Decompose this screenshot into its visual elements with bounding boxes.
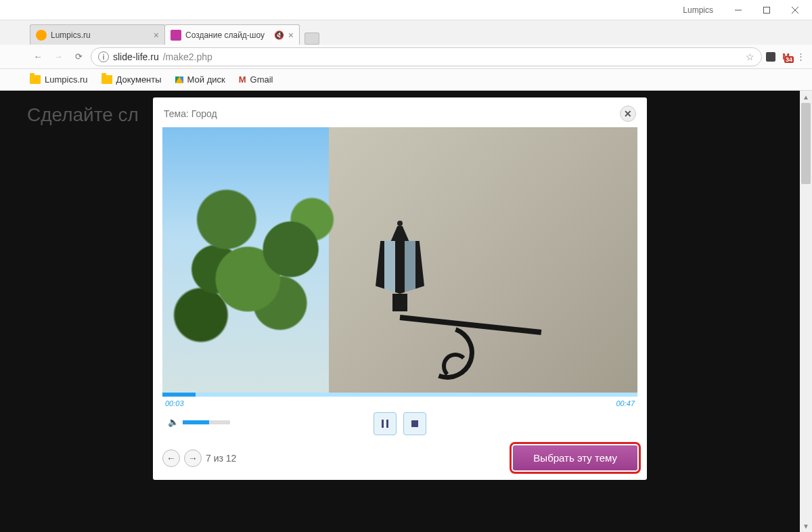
gmail-extension-icon[interactable]: M34 <box>782 51 790 62</box>
tab-close-icon[interactable]: × <box>154 30 159 40</box>
scroll-down-icon[interactable]: ▼ <box>800 520 812 532</box>
nav-forward-button[interactable]: → <box>50 49 66 65</box>
svg-rect-1 <box>764 7 770 13</box>
tab-title: Создание слайд-шоу <box>185 30 270 40</box>
bookmark-lumpics[interactable]: Lumpics.ru <box>30 74 88 85</box>
scrollbar-thumb[interactable] <box>801 103 811 184</box>
modal-close-button[interactable]: ✕ <box>620 106 636 122</box>
bookmark-label: Lumpics.ru <box>45 74 88 85</box>
tab-mute-icon[interactable]: 🔇 <box>274 30 284 40</box>
extension-icon[interactable] <box>766 52 775 62</box>
pager-prev-button[interactable]: ← <box>162 449 180 467</box>
window-maximize-button[interactable] <box>752 1 781 20</box>
window-app-label: Lumpics <box>683 5 713 15</box>
site-info-icon[interactable]: i <box>98 51 109 62</box>
pager-next-button[interactable]: → <box>184 449 202 467</box>
bookmark-drive[interactable]: Мой диск <box>175 74 225 85</box>
window-titlebar: Lumpics <box>0 0 812 20</box>
volume-control[interactable]: 🔈 <box>168 417 230 427</box>
select-theme-button[interactable]: Выбрать эту тему <box>513 445 637 470</box>
tab-title: Lumpics.ru <box>51 30 150 40</box>
video-controls: 🔈 <box>162 410 637 437</box>
folder-icon <box>30 75 41 84</box>
drive-icon <box>175 76 183 83</box>
address-bar[interactable]: i slide-life.ru/make2.php ☆ <box>91 47 762 66</box>
nav-reload-button[interactable]: ⟳ <box>70 49 87 65</box>
browser-menu-icon[interactable]: ⋮ <box>796 51 805 62</box>
gmail-icon: M <box>239 74 246 85</box>
bookmark-label: Документы <box>116 74 162 85</box>
address-host: slide-life.ru <box>113 51 159 62</box>
pager-label: 7 из 12 <box>206 453 236 464</box>
volume-slider[interactable] <box>183 420 230 424</box>
page-content: Сделайте сл Тема: Город ✕ <box>0 91 812 532</box>
tab-slide-life[interactable]: Создание слайд-шоу 🔇 × <box>164 24 300 45</box>
lantern-illustration <box>376 223 424 311</box>
tab-close-icon[interactable]: × <box>288 30 294 40</box>
theme-preview-modal: Тема: Город ✕ 00:03 0 <box>153 97 647 480</box>
vertical-scrollbar[interactable]: ▲ ▼ <box>800 91 812 532</box>
video-preview[interactable] <box>162 127 637 393</box>
browser-tab-strip: Lumpics.ru × Создание слайд-шоу 🔇 × <box>0 20 812 45</box>
window-close-button[interactable] <box>781 1 809 20</box>
browser-toolbar: ← → ⟳ i slide-life.ru/make2.php ☆ M34 ⋮ <box>0 45 812 69</box>
bookmark-gmail[interactable]: MGmail <box>239 74 273 85</box>
time-elapsed: 00:03 <box>165 399 184 407</box>
pause-button[interactable] <box>374 412 397 435</box>
bookmark-label: Мой диск <box>187 74 225 85</box>
folder-icon <box>102 75 112 84</box>
progress-fill <box>162 393 196 397</box>
modal-header: Тема: Город ✕ <box>162 104 637 127</box>
video-progress-bar[interactable] <box>162 393 637 397</box>
modal-footer: ← → 7 из 12 Выбрать эту тему <box>162 445 637 470</box>
scroll-up-icon[interactable]: ▲ <box>800 91 812 103</box>
stop-button[interactable] <box>403 412 426 435</box>
gmail-badge-count: 34 <box>784 56 794 63</box>
bookmark-label: Gmail <box>250 74 273 85</box>
window-minimize-button[interactable] <box>724 1 752 20</box>
favicon-lumpics-icon <box>36 30 47 41</box>
bookmarks-bar: Lumpics.ru Документы Мой диск MGmail <box>0 69 812 91</box>
bookmark-star-icon[interactable]: ☆ <box>746 51 754 62</box>
page-heading-dimmed: Сделайте сл <box>27 104 139 126</box>
tab-lumpics[interactable]: Lumpics.ru × <box>30 24 165 45</box>
volume-icon[interactable]: 🔈 <box>168 417 179 427</box>
favicon-slide-icon <box>171 30 181 41</box>
progress-times: 00:03 00:47 <box>162 397 637 407</box>
new-tab-button[interactable] <box>304 32 319 45</box>
nav-back-button[interactable]: ← <box>30 49 46 65</box>
modal-title: Тема: Город <box>164 108 217 119</box>
address-path: /make2.php <box>163 51 212 62</box>
bookmark-documents[interactable]: Документы <box>102 74 162 85</box>
toolbar-right: M34 ⋮ <box>766 51 805 62</box>
time-total: 00:47 <box>616 399 635 407</box>
pager: ← → 7 из 12 <box>162 449 236 467</box>
